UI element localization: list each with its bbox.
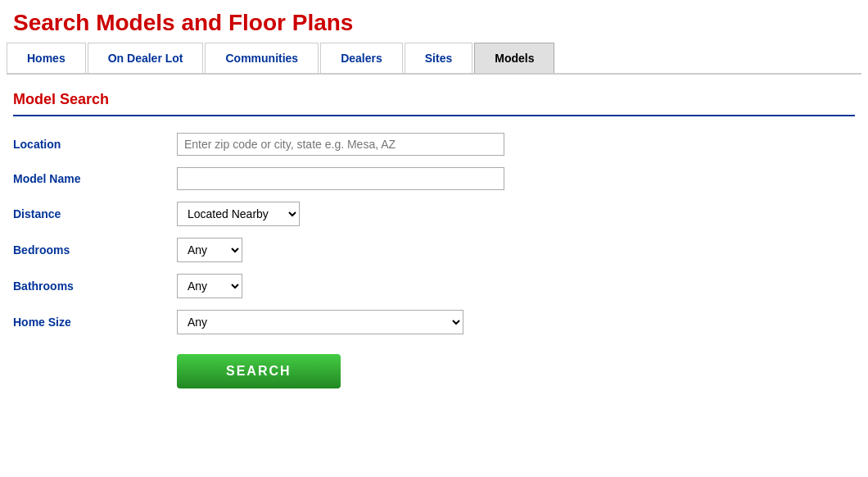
- tab-on-dealer-lot[interactable]: On Dealer Lot: [88, 43, 204, 73]
- distance-row: Distance Located Nearby 10 miles 25 mile…: [13, 202, 855, 226]
- location-input[interactable]: [177, 133, 504, 156]
- bathrooms-label: Bathrooms: [13, 279, 177, 293]
- tab-models[interactable]: Models: [474, 43, 554, 73]
- location-row: Location: [13, 133, 855, 156]
- section-title: Model Search: [13, 91, 855, 108]
- model-name-control: [177, 167, 504, 190]
- tab-sites[interactable]: Sites: [405, 43, 472, 73]
- bathrooms-control: Any 1 1.5 2 2.5 3+: [177, 274, 242, 298]
- location-control: [177, 133, 504, 156]
- home-size-row: Home Size Any Under 500 sq ft 500-999 sq…: [13, 310, 855, 334]
- bedrooms-select[interactable]: Any 1 2 3 4 5+: [177, 238, 242, 262]
- home-size-select[interactable]: Any Under 500 sq ft 500-999 sq ft 1000-1…: [177, 310, 463, 334]
- search-button[interactable]: SEARCH: [177, 354, 341, 388]
- model-name-label: Model Name: [13, 172, 177, 185]
- bathrooms-row: Bathrooms Any 1 1.5 2 2.5 3+: [13, 274, 855, 298]
- bedrooms-row: Bedrooms Any 1 2 3 4 5+: [13, 238, 855, 262]
- bathrooms-select[interactable]: Any 1 1.5 2 2.5 3+: [177, 274, 242, 298]
- distance-label: Distance: [13, 207, 177, 220]
- location-label: Location: [13, 138, 177, 151]
- tab-dealers[interactable]: Dealers: [320, 43, 403, 73]
- section-divider: [13, 115, 855, 116]
- tab-homes[interactable]: Homes: [7, 43, 86, 73]
- model-name-row: Model Name: [13, 167, 855, 190]
- page-title: Search Models and Floor Plans: [13, 10, 855, 36]
- search-button-row: SEARCH: [13, 346, 855, 388]
- home-size-control: Any Under 500 sq ft 500-999 sq ft 1000-1…: [177, 310, 463, 334]
- tabs-container: Homes On Dealer Lot Communities Dealers …: [7, 43, 861, 75]
- home-size-label: Home Size: [13, 316, 177, 329]
- distance-select[interactable]: Located Nearby 10 miles 25 miles 50 mile…: [177, 202, 300, 226]
- page-header: Search Models and Floor Plans: [0, 0, 868, 43]
- bedrooms-control: Any 1 2 3 4 5+: [177, 238, 242, 262]
- content-area: Model Search Location Model Name Distanc…: [0, 75, 868, 405]
- bedrooms-label: Bedrooms: [13, 243, 177, 257]
- model-name-input[interactable]: [177, 167, 504, 190]
- distance-control: Located Nearby 10 miles 25 miles 50 mile…: [177, 202, 300, 226]
- tab-communities[interactable]: Communities: [205, 43, 319, 73]
